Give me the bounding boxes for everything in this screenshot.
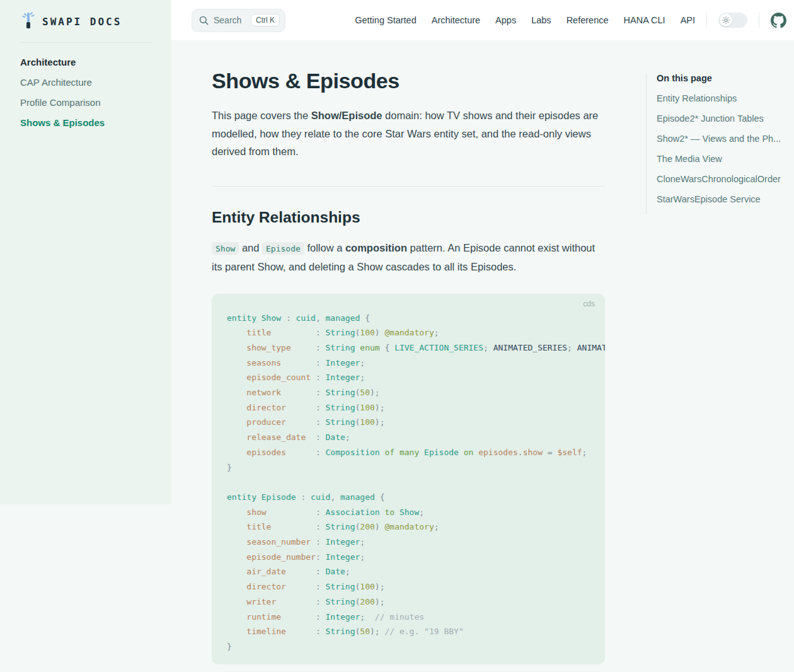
inline-code-badge: Episode [262,242,304,255]
sidebar-item-profile-comparison[interactable]: Profile Comparison [20,97,161,117]
lightsaber-icon [21,10,35,33]
text: follow a [304,242,345,253]
toc-title: On this page [657,73,794,93]
search-input[interactable]: Search Ctrl K [192,9,285,32]
code-line: season_number : Integer; [227,535,605,550]
nav-item-apps[interactable]: Apps [495,15,516,25]
search-icon [199,16,209,25]
topbar: Search Ctrl K Getting StartedArchitectur… [171,0,794,40]
text: and [239,242,262,253]
code-line: network : String(50); [227,385,605,400]
code-line: entity Episode : cuid, managed { [227,490,605,505]
nav-item-architecture[interactable]: Architecture [432,15,480,25]
sidebar-item-shows-episodes[interactable]: Shows & Episodes [20,117,161,137]
inline-code-badge: Show [212,242,239,255]
section-paragraph: Show and Episode follow a composition pa… [212,239,605,276]
code-line: release_date : Date; [227,430,605,445]
code-block: cds entity Show : cuid, managed { title … [212,294,605,664]
topbar-divider-right [759,13,759,28]
text: This page covers the [212,110,311,121]
toc-items: Entity RelationshipsEpisode2* Junction T… [657,93,794,214]
toc-item-starwarsepisode-service[interactable]: StarWarsEpisode Service [657,194,794,214]
code-line: writer : String(200); [227,594,605,610]
nav-item-reference[interactable]: Reference [567,15,609,25]
sidebar-nav: Architecture CAP ArchitectureProfile Com… [0,43,171,137]
code-line: timeline : String(50); // e.g. "19 BBY" [227,624,605,639]
nav-item-hana-cli[interactable]: HANA CLI [624,15,665,25]
sidebar: SWAPI DOCS Architecture CAP Architecture… [0,0,171,504]
topbar-divider-left [706,13,707,28]
code-line: title : String(200) @mandatory; [227,519,605,535]
article: Shows & Episodes This page covers the Sh… [212,40,605,664]
code-line: runtime : Integer; // minutes [227,610,605,625]
toc: On this page Entity RelationshipsEpisode… [646,73,794,214]
code-line: director : String(100); [227,400,605,415]
search-placeholder: Search [214,15,241,25]
code-line: seasons : Integer; [227,356,605,371]
code-line: } [227,639,605,654]
code-lines: entity Show : cuid, managed { title : St… [227,311,605,654]
toc-item-the-media-view[interactable]: The Media View [657,154,794,174]
code-line: director : String(100); [227,579,605,594]
brand[interactable]: SWAPI DOCS [0,0,171,33]
toc-item-show2-views-and-the-ph[interactable]: Show2* — Views and the Ph... [657,134,794,154]
code-line: title : String(100) @mandatory; [227,325,605,340]
github-link[interactable] [771,13,786,28]
section-heading: Entity Relationships [212,209,605,226]
code-line: show_type : String enum { LIVE_ACTION_SE… [227,340,605,356]
sun-icon [722,16,730,24]
code-line: episodes : Composition of many Episode o… [227,445,605,460]
page: SWAPI DOCS Architecture CAP Architecture… [0,0,794,672]
page-title: Shows & Episodes [212,69,605,93]
code-line: entity Show : cuid, managed { [227,311,605,326]
toc-item-episode2-junction-tables[interactable]: Episode2* Junction Tables [657,113,794,134]
section-divider [212,186,605,187]
code-line: episode_number: Integer; [227,550,605,565]
sidebar-item-cap-architecture[interactable]: CAP Architecture [20,77,161,97]
sidebar-section-architecture: Architecture [20,57,161,77]
code-line: } [227,460,605,475]
code-language-label: cds [583,299,595,308]
bold-text: composition [345,242,407,253]
bold-text: Show/Episode [311,110,383,121]
code-line: show : Association to Show; [227,505,605,520]
theme-toggle-knob [720,14,732,26]
github-icon [771,13,786,28]
nav-item-getting-started[interactable]: Getting Started [355,15,417,25]
code-line: producer : String(100); [227,415,605,430]
theme-toggle[interactable] [718,13,747,28]
code-line: air_date : Date; [227,564,605,579]
nav-item-labs[interactable]: Labs [531,15,551,25]
search-shortcut-badge: Ctrl K [251,14,280,26]
sidebar-items: CAP ArchitectureProfile ComparisonShows … [20,77,161,137]
nav-item-api[interactable]: API [681,15,695,25]
intro-paragraph: This page covers the Show/Episode domain… [212,107,605,161]
code-line [227,475,605,490]
topnav-items: Getting StartedArchitectureAppsLabsRefer… [355,15,695,25]
toc-item-clonewarschronologicalorder[interactable]: CloneWarsChronologicalOrder [657,174,794,194]
brand-title: SWAPI DOCS [42,16,122,28]
toc-item-entity-relationships[interactable]: Entity Relationships [657,93,794,113]
code-line: episode_count : Integer; [227,370,605,385]
